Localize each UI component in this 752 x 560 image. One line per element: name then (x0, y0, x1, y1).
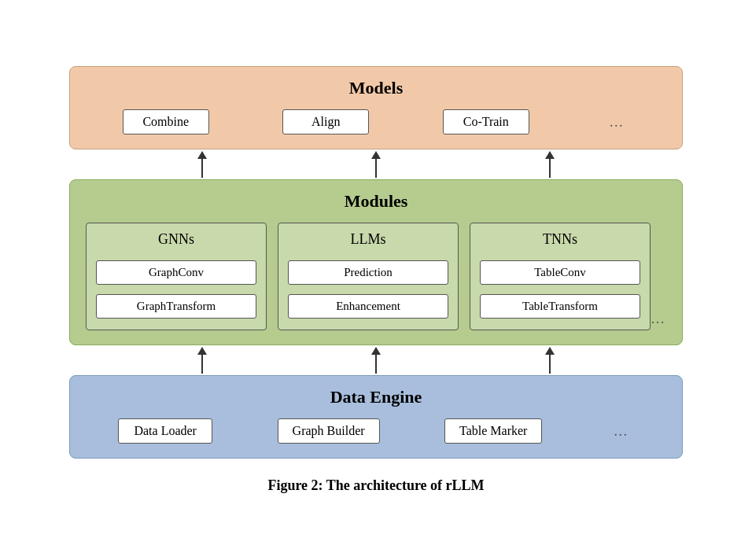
llms-item-1: Enhancement (288, 294, 448, 319)
llms-item-0: Prediction (288, 260, 448, 285)
tnns-item-1: TableTransform (480, 294, 640, 319)
table-marker: Table Marker (444, 418, 542, 444)
arrow2-center-line (375, 355, 377, 374)
arrow2-right-head (545, 347, 555, 355)
arrow-right-line (549, 159, 551, 178)
arrow2-left-line (201, 355, 203, 374)
module-group-gnns: GNNs GraphConv GraphTransform (86, 223, 267, 330)
models-layer: Models Combine Align Co-Train … (69, 66, 683, 149)
module-group-llms: LLMs Prediction Enhancement (278, 223, 459, 330)
arrows-data-to-modules (116, 345, 637, 375)
arrow-center (371, 149, 381, 179)
data-ellipsis: … (607, 423, 634, 440)
arrow2-center-head (371, 347, 381, 355)
arrow-right-head (545, 151, 555, 159)
arrow2-right-line (549, 355, 551, 374)
module-group-tnns: TNNs TableConv TableTransform (470, 223, 651, 330)
modules-ellipsis: … (651, 311, 666, 330)
arrow-center-line (375, 159, 377, 178)
llms-title: LLMs (351, 231, 386, 248)
arrows-modules-to-models (116, 149, 637, 179)
gnns-title: GNNs (158, 231, 194, 248)
modules-title: Modules (86, 191, 666, 212)
data-loader: Data Loader (118, 418, 212, 444)
arrow-center-head (371, 151, 381, 159)
arrow2-left (197, 345, 207, 375)
arrow-left (197, 149, 207, 179)
modules-layer: Modules GNNs GraphConv GraphTransform LL… (69, 179, 683, 345)
arrow-right (545, 149, 555, 179)
tnns-item-0: TableConv (480, 260, 640, 285)
model-align: Align (282, 109, 369, 134)
figure-caption: Figure 2: The architecture of rLLM (267, 477, 484, 494)
tnns-title: TNNs (543, 231, 577, 248)
arrow-left-line (201, 159, 203, 178)
models-row: Combine Align Co-Train … (86, 109, 666, 134)
diagram-container: Models Combine Align Co-Train … Modules (69, 42, 683, 518)
models-title: Models (86, 78, 666, 98)
data-engine-title: Data Engine (86, 387, 666, 407)
data-engine-layer: Data Engine Data Loader Graph Builder Ta… (69, 375, 683, 459)
arrow2-center (371, 345, 381, 375)
gnns-item-1: GraphTransform (96, 294, 256, 319)
model-cotrain: Co-Train (443, 109, 529, 134)
modules-inner: GNNs GraphConv GraphTransform LLMs Predi… (86, 223, 651, 330)
arrow2-left-head (197, 347, 207, 355)
models-ellipsis: … (603, 114, 629, 131)
arrow2-right (545, 345, 555, 375)
gnns-item-0: GraphConv (96, 260, 256, 285)
arrow-left-head (197, 151, 207, 159)
graph-builder: Graph Builder (278, 418, 380, 444)
model-combine: Combine (123, 109, 209, 134)
data-engine-row: Data Loader Graph Builder Table Marker … (86, 418, 666, 444)
